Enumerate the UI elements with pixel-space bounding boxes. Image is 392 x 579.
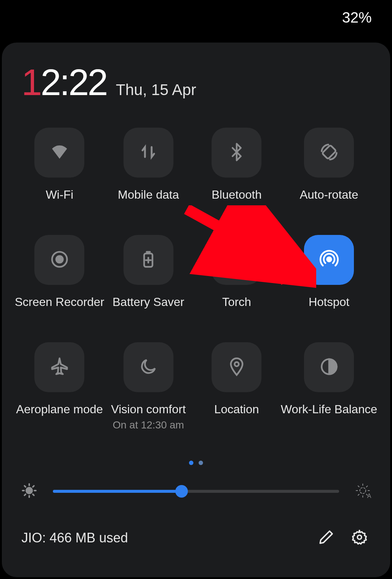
brightness-slider[interactable] [53, 490, 339, 493]
panel-footer: JIO: 466 MB used [15, 527, 377, 549]
svg-point-10 [358, 535, 362, 539]
tile-label: Aeroplane mode [16, 403, 103, 416]
mobile-data-button[interactable] [124, 128, 173, 178]
status-bar: 32% [0, 0, 392, 43]
tile-label: Torch [222, 295, 251, 309]
auto-rotate-button[interactable] [304, 128, 354, 178]
moon-icon [138, 357, 158, 378]
tile-label: Bluetooth [212, 188, 261, 202]
torch-icon [227, 249, 247, 271]
brightness-row: A [15, 482, 377, 501]
tile-bluetooth: Bluetooth [193, 128, 281, 202]
clock-rest: 2:22 [41, 61, 107, 103]
record-icon [50, 249, 70, 271]
aeroplane-button[interactable] [34, 342, 84, 392]
auto-rotate-icon [319, 142, 339, 164]
wifi-button[interactable] [34, 128, 84, 178]
battery-percent: 32% [342, 9, 372, 26]
clock-accent-digit: 1 [21, 61, 41, 103]
svg-text:A: A [367, 493, 371, 499]
battery-saver-button[interactable] [124, 235, 173, 285]
tile-battery-saver: Battery Saver [104, 235, 193, 309]
screen-recorder-button[interactable] [34, 235, 84, 285]
tile-torch: Torch [193, 235, 281, 309]
tile-label: Screen Recorder [15, 295, 104, 309]
time-date-row: 12:22 Thu, 15 Apr [15, 61, 377, 104]
tile-location: Location [193, 342, 281, 431]
hotspot-button[interactable] [304, 235, 354, 285]
svg-point-8 [360, 488, 366, 494]
torch-button[interactable] [212, 235, 261, 285]
pager-dot-2 [199, 461, 203, 465]
svg-point-4 [327, 257, 331, 261]
tile-label: Battery Saver [112, 295, 184, 309]
brightness-low-icon[interactable] [20, 482, 38, 501]
svg-point-7 [26, 488, 32, 494]
data-usage[interactable]: JIO: 466 MB used [21, 530, 304, 546]
brightness-fill [53, 490, 182, 493]
pager-dot-1 [189, 461, 193, 465]
tile-aeroplane: Aeroplane mode [15, 342, 104, 431]
page-indicator[interactable] [15, 461, 377, 465]
date[interactable]: Thu, 15 Apr [116, 81, 196, 99]
brightness-auto-icon[interactable]: A [354, 482, 372, 501]
work-life-icon [319, 357, 339, 378]
wifi-icon [50, 142, 70, 164]
tile-label: Location [214, 403, 259, 416]
bluetooth-button[interactable] [212, 128, 261, 178]
svg-point-5 [234, 362, 239, 366]
quick-settings-panel: 12:22 Thu, 15 Apr Wi-Fi Mobile data [2, 43, 390, 577]
tile-mobile-data: Mobile data [104, 128, 193, 202]
tile-wifi: Wi-Fi [15, 128, 104, 202]
tile-label: Work-Life Balance [281, 403, 377, 416]
settings-button[interactable] [348, 527, 371, 549]
tile-vision-comfort: Vision comfort On at 12:30 am [104, 342, 193, 431]
battery-plus-icon [138, 249, 158, 271]
tile-screen-recorder: Screen Recorder [15, 235, 104, 309]
edit-button[interactable] [315, 527, 337, 549]
tile-label: Mobile data [118, 188, 179, 202]
tile-sublabel: On at 12:30 am [113, 419, 184, 431]
bluetooth-icon [227, 142, 247, 164]
tile-auto-rotate: Auto-rotate [281, 128, 377, 202]
tiles-grid: Wi-Fi Mobile data Bluetooth [15, 128, 377, 431]
tile-label: Wi-Fi [46, 188, 74, 202]
vision-comfort-button[interactable] [124, 342, 173, 392]
clock[interactable]: 12:22 [21, 61, 107, 104]
gear-icon [351, 529, 368, 547]
aeroplane-icon [50, 357, 70, 378]
tile-label: Vision comfort [111, 403, 186, 416]
tile-work-life: Work-Life Balance [281, 342, 377, 431]
work-life-button[interactable] [304, 342, 354, 392]
tile-label: Hotspot [308, 295, 349, 309]
svg-point-2 [56, 256, 63, 263]
location-icon [227, 357, 247, 378]
brightness-thumb[interactable] [175, 485, 188, 498]
mobile-data-icon [138, 142, 158, 164]
pencil-icon [318, 529, 334, 547]
location-button[interactable] [212, 342, 261, 392]
tile-label: Auto-rotate [300, 188, 358, 202]
hotspot-icon [319, 249, 339, 271]
tile-hotspot: Hotspot [281, 235, 377, 309]
